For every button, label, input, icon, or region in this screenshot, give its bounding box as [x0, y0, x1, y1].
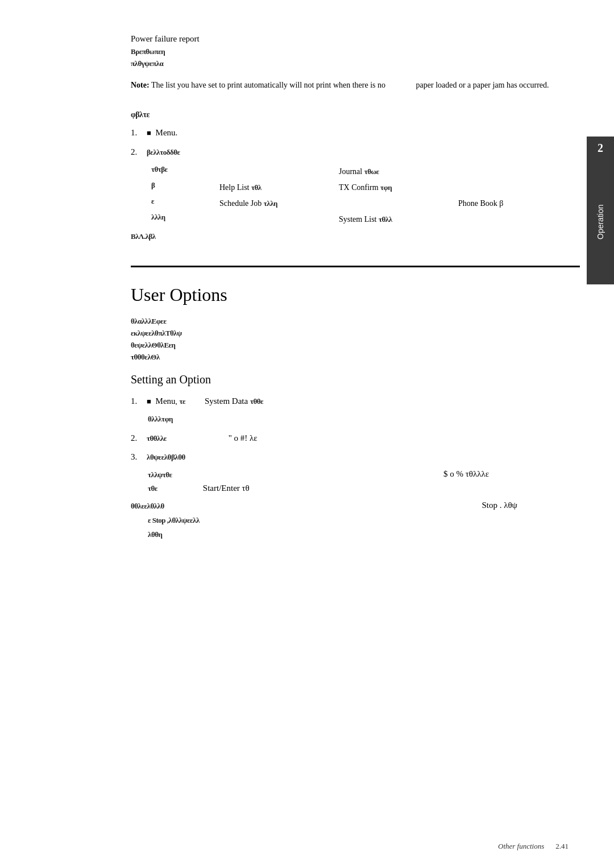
menu-col-empty1 [219, 164, 339, 180]
menu-systemlist: System List τθλλ [339, 212, 458, 228]
section-divider [131, 266, 580, 267]
uo-step-3-sub2-left: τθε [148, 483, 157, 495]
uo-extra-label: θθλεελθλλθ [131, 501, 164, 512]
step-2-content: βελλτοδδθε [147, 147, 580, 159]
menu-row-labels: τθτβε Journal τθωε [151, 164, 580, 180]
page-footer: Other functions 2.41 [498, 842, 569, 851]
uo-extra-sub2-text: λθθη [148, 530, 162, 539]
uo-step-3-sub2-row: τθε Start/Enter τθ [148, 483, 580, 495]
step-bold-label: φβλτε [131, 109, 580, 121]
uo-step-3-sub1-row: τλλψτθε $ ο % τθλλλε [148, 469, 489, 481]
uo-step-2-label: τθθλλε [147, 434, 167, 443]
step-2-number: 2. [131, 145, 147, 160]
setting-an-option-title: Setting an Option [131, 373, 580, 386]
step-1-word: Menu [156, 128, 176, 137]
menu-helplist: Help List τθλ [219, 180, 339, 196]
uo-extra-sub2: λθθη [148, 529, 580, 541]
side-tab-label: Operation [587, 159, 614, 284]
user-options-title: User Options [131, 284, 580, 305]
menu-empty-5 [219, 212, 339, 228]
menu-icon-1: β [151, 180, 168, 196]
uo-step-1-icon2: τε [180, 397, 186, 406]
menu-col-journal-label: Journal τθωε [339, 164, 458, 180]
uo-step-1-row: 1. ■ Menu, τε System Data τθθε [131, 394, 580, 409]
uo-step-1-content: ■ Menu, τε System Data τθθε [147, 394, 580, 409]
menu-icon-3: λλλη [151, 212, 168, 228]
uo-step-2-content: τθθλλε " ο #! λε [147, 431, 580, 446]
menu-empty-2 [458, 180, 561, 196]
uo-step-1-number: 1. [131, 394, 147, 409]
intro-line-2: εκλψεελθπλΤθλψ [131, 328, 580, 340]
garbled-line-2: πλθγψεπλα [131, 58, 580, 70]
footer-italic-text: Other functions [498, 842, 544, 851]
uo-step-1-comma: , [176, 397, 177, 406]
uo-extra-sub1: ε Stop ,λθλλψεελλ [148, 515, 580, 527]
menu-empty-4 [168, 212, 219, 228]
uo-step-3-row: 3. λθψεελθβλθθ [131, 450, 580, 465]
step-1-row: 1. ■ Menu. [131, 126, 580, 140]
menu-items-grid: τθτβε Journal τθωε β Help List τθλ TX Co… [151, 164, 580, 228]
step-2-row: 2. βελλτοδδθε [131, 145, 580, 160]
note-continuation: paper loaded or a paper jam has occurred… [416, 81, 549, 89]
intro-block: θλαλλλΕφεε εκλψεελθπλΤθλψ θεψελλΘθλΕεη τ… [131, 316, 580, 363]
power-failure-title: Power failure report [131, 34, 580, 44]
uo-step-1-icon: ■ [147, 397, 151, 406]
intro-line-4: τθθθελΘλ [131, 352, 580, 363]
steps-section: φβλτε 1. ■ Menu. 2. βελλτοδδθε τθτβε Jou… [131, 109, 580, 243]
uo-step-3-sub2-right: Start/Enter τθ [203, 483, 250, 493]
note-text: Note: The list you have set to print aut… [131, 79, 580, 92]
side-tab-number: 2 [587, 137, 614, 159]
uo-step-2-right: " ο #! λε [229, 433, 258, 443]
footer-page-number: 2.41 [555, 842, 569, 851]
uo-step-3-sub1-left: τλλψτθε [148, 469, 172, 481]
uo-step-1-sub: θλλλτφη [148, 414, 580, 425]
menu-row-3: λλλη System List τθλλ [151, 212, 580, 228]
step-1-icon: ■ [147, 129, 151, 137]
intro-line-3: θεψελλΘθλΕεη [131, 340, 580, 352]
menu-icon-2: ε [151, 196, 168, 212]
uo-step-3-content: λθψεελθβλθθ [147, 450, 580, 465]
menu-txconfirm: TX Confirm τφη [339, 180, 458, 196]
note-label: Note: [131, 81, 150, 89]
uo-step-3-label: λθψεελθβλθθ [147, 453, 185, 461]
menu-row-1: β Help List τθλ TX Confirm τφη [151, 180, 580, 196]
uo-step3-extra-row1: θθλεελθλλθ Stop . λθψ [131, 501, 517, 512]
uo-step-1-sub-text: θλλλτφη [148, 415, 173, 423]
uo-extra-right: Stop . λθψ [482, 501, 517, 512]
top-section: Power failure report Βρεπθωπεη πλθγψεπλα… [131, 34, 580, 92]
uo-extra-sub1-text: ε Stop ,λθλλψεελλ [148, 516, 200, 524]
menu-col-type-label: τθτβε [151, 164, 219, 180]
step-1-content: ■ Menu. [147, 126, 580, 140]
menu-systemlist-area [339, 196, 458, 212]
uo-step-3-number: 3. [131, 450, 147, 465]
user-options-section: User Options θλαλλλΕφεε εκλψεελθπλΤθλψ θ… [131, 284, 580, 540]
page-container: 2 Operation Power failure report Βρεπθωπ… [0, 0, 614, 868]
uo-step-2-number: 2. [131, 431, 147, 446]
menu-empty-6 [458, 212, 561, 228]
menu-schedulejob: Schedule Job τλλη [219, 196, 339, 212]
step-1-number: 1. [131, 126, 147, 140]
intro-line-1: θλαλλλΕφεε [131, 316, 580, 328]
uo-step-3-sub1-right: $ ο % τθλλλε [443, 469, 489, 481]
menu-col-empty2 [458, 164, 561, 180]
extra-label: ΒλΛ.λβλ [131, 231, 580, 243]
garbled-line-1: Βρεπθωπεη [131, 46, 580, 58]
menu-row-2: ε Schedule Job τλλη Phone Book β [151, 196, 580, 212]
uo-step-2-row: 2. τθθλλε " ο #! λε [131, 431, 580, 446]
menu-phonebook: Phone Book β [458, 196, 561, 212]
menu-empty-1 [168, 180, 219, 196]
menu-empty-3 [168, 196, 219, 212]
step-1-dot: . [176, 128, 178, 137]
